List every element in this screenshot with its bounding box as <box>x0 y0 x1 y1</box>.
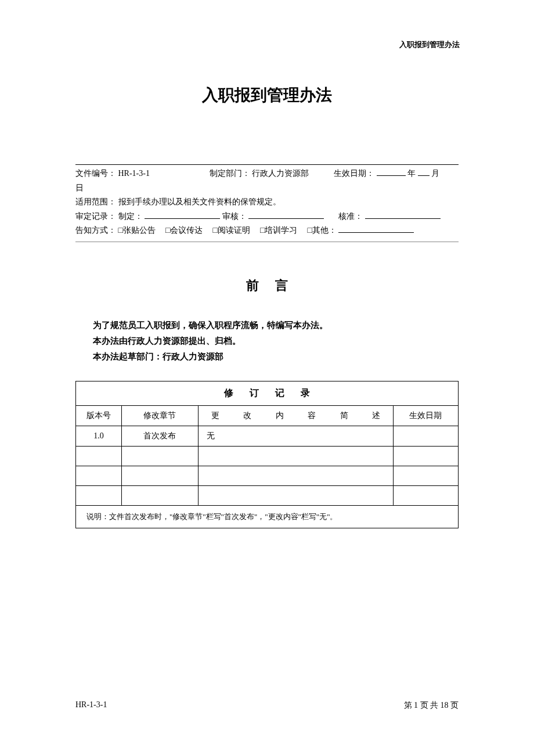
month-suffix: 月 <box>431 169 439 178</box>
notify-other-blank <box>338 225 414 233</box>
notify-opt-other: □其他： <box>307 224 336 238</box>
cell-chapter <box>122 446 199 466</box>
year-suffix: 年 <box>407 169 416 178</box>
notify-opt-meeting: □会议传达 <box>165 224 203 238</box>
preface-p2: 本办法由行政人力资源部提出、归档。 <box>75 333 459 349</box>
revision-note: 说明：文件首次发布时，"修改章节"栏写"首次发布"，"更改内容"栏写"无"。 <box>76 505 459 528</box>
preface-body: 为了规范员工入职报到，确保入职程序流畅，特编写本办法。 本办法由行政人力资源部提… <box>75 318 459 365</box>
notify-opt-post: □张贴公告 <box>118 224 156 238</box>
doc-no-label: 文件编号： <box>75 169 116 178</box>
dept-label: 制定部门： <box>210 169 250 178</box>
cell-desc <box>198 446 393 466</box>
cell-chapter: 首次发布 <box>122 426 199 446</box>
approve-label: 核准： <box>338 212 363 221</box>
revision-note-row: 说明：文件首次发布时，"修改章节"栏写"首次发布"，"更改内容"栏写"无"。 <box>76 505 459 528</box>
page-title: 入职报到管理办法 <box>0 84 534 106</box>
preface-title: 前言 <box>0 277 534 294</box>
footer-docno: HR-1-3-1 <box>75 700 107 711</box>
revision-table: 修订记录 版本号 修改章节 更改内容简述 生效日期 1.0 首次发布 无 说明：… <box>75 381 459 528</box>
cell-date <box>393 426 458 446</box>
cell-ver <box>76 446 122 466</box>
cell-desc: 无 <box>198 426 393 446</box>
make-blank <box>145 211 220 219</box>
doc-no-value: HR-1-3-1 <box>118 169 150 178</box>
footer: HR-1-3-1 第 1 页 共 18 页 <box>75 700 459 711</box>
meta-line-approval: 审定记录： 制定： 审核： 核准： <box>75 210 459 224</box>
col-date: 生效日期 <box>393 405 458 426</box>
table-row: 1.0 首次发布 无 <box>76 426 459 446</box>
revision-header-row: 版本号 修改章节 更改内容简述 生效日期 <box>76 405 459 426</box>
cell-ver: 1.0 <box>76 426 122 446</box>
meta-line-scope: 适用范围： 报到手续办理以及相关文件资料的保管规定。 <box>75 195 459 210</box>
approval-label: 审定记录： <box>75 212 116 221</box>
make-label: 制定： <box>118 212 143 221</box>
meta-divider <box>75 242 459 242</box>
review-blank <box>248 211 324 219</box>
meta-line-1: 文件编号： HR-1-3-1 制定部门： 行政人力资源部 生效日期： 年 月 <box>75 164 459 181</box>
meta-line-day: 日 <box>75 181 459 196</box>
dept-value: 行政人力资源部 <box>252 169 309 178</box>
preface-p3: 本办法起草部门：行政人力资源部 <box>75 349 459 365</box>
cell-date <box>393 466 458 485</box>
table-row <box>76 466 459 485</box>
metadata-block: 文件编号： HR-1-3-1 制定部门： 行政人力资源部 生效日期： 年 月 日… <box>75 164 459 242</box>
effective-label: 生效日期： <box>334 169 374 178</box>
notify-opt-reading: □阅读证明 <box>212 224 250 238</box>
cell-desc <box>198 466 393 485</box>
cell-chapter <box>122 466 199 485</box>
cell-ver <box>76 485 122 505</box>
scope-value: 报到手续办理以及相关文件资料的保管规定。 <box>118 197 281 206</box>
revision-title-row: 修订记录 <box>76 381 459 405</box>
revision-title: 修订记录 <box>76 381 459 405</box>
running-header: 入职报到管理办法 <box>399 39 460 50</box>
table-row <box>76 446 459 466</box>
cell-ver <box>76 466 122 485</box>
effective-month-blank <box>418 168 430 176</box>
col-version: 版本号 <box>76 405 122 426</box>
cell-chapter <box>122 485 199 505</box>
col-chapter: 修改章节 <box>122 405 199 426</box>
cell-date <box>393 485 458 505</box>
cell-desc <box>198 485 393 505</box>
table-row <box>76 485 459 505</box>
scope-label: 适用范围： <box>75 197 116 206</box>
effective-year-blank <box>377 168 406 176</box>
notify-opt-training: □培训学习 <box>260 224 297 238</box>
review-label: 审核： <box>222 212 247 221</box>
preface-p1: 为了规范员工入职报到，确保入职程序流畅，特编写本办法。 <box>75 318 459 333</box>
notify-label: 告知方式： <box>75 226 116 235</box>
col-desc: 更改内容简述 <box>198 405 393 426</box>
cell-date <box>393 446 458 466</box>
meta-line-notify: 告知方式： □张贴公告 □会议传达 □阅读证明 □培训学习 □其他： <box>75 224 459 238</box>
approve-blank <box>365 211 441 219</box>
footer-page: 第 1 页 共 18 页 <box>404 700 459 711</box>
